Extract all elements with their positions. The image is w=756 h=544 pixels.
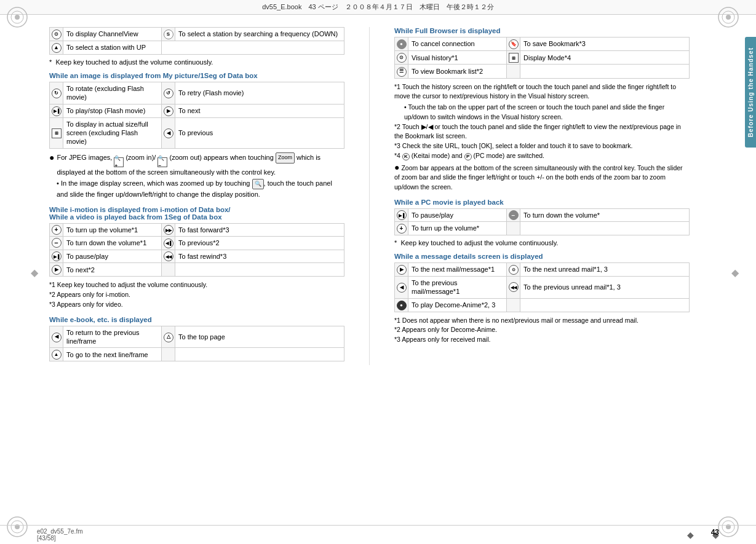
icon-cell2: ↺ [162,82,175,104]
imotion-table: + To turn up the volume*1 ▶▶ To fast for… [49,223,344,277]
fullbrowser-table: ● To cancel connection 🔖 To save Bookmar… [394,37,690,79]
icon-cell: − [50,237,63,250]
message-footnotes: *1 Does not appear when there is no next… [394,316,690,345]
icon-cell: ⊞ [50,117,63,148]
next-icon: ▶ [164,106,173,116]
table-row: ▲ To select a station with UP [50,41,344,55]
table-row: ◀ To return to the previous line/frame △… [50,326,344,348]
icon-cell2: ⊙ [507,262,520,276]
table-row: ▲ To go to the next line/frame [50,348,344,361]
table-row: ⊞ To display in actual size/full screen … [50,117,344,148]
table-row: ☰ To view Bookmark list*2 [395,65,690,78]
keitai-mode-icon: K [402,153,410,160]
decome-label: To play Decome-Anime*2, 3 [408,298,507,312]
icon-cell2: ◀◀ [507,276,520,298]
icon-cell: ▶ [395,262,408,276]
decome-icon: ● [397,301,407,310]
icon-cell: ▲ [50,41,63,55]
prev-line-icon: ◀ [52,333,62,342]
next-unread-label: To the next unread mail*1, 3 [520,262,690,276]
page-footer: e02_dv55_7e.fm [43/58] ◆ ◆ [0,525,756,544]
table-row: ▶ To next*2 [50,263,344,277]
ebook-table: ◀ To return to the previous line/frame △… [49,326,344,362]
pc-pauseplay-label: To pause/play [408,208,507,222]
fb-note-1b: • Touch the tab on the upper part of the… [394,103,690,122]
vol-down-icon: − [52,238,62,248]
zoom-note: • In the image display screen, which was… [49,178,344,199]
empty-cell [162,41,344,55]
jpeg-note-text: For JPEG images, 🔍+ (zoom in)/ 🔍− (zoom … [57,152,344,178]
zoom-key-icon: Zoom [276,152,295,164]
msg-note-1: *1 Does not appear when there is no next… [394,316,690,326]
icon-cell: ▶▐ [50,250,63,263]
section-title-fullbrowser: While Full Browser is displayed [394,27,690,34]
icon-cell-empty [162,263,175,277]
icon-cell2: S [162,28,175,41]
vol-up-label: To turn up the volume*1 [63,223,162,237]
footnote-3: *3 Appears only for video. [49,300,344,310]
pcmovie-table: ▶▐ To pause/play − To turn down the volu… [394,208,690,235]
prev2-label: To previous*2 [175,237,344,250]
table-row: ↻ To rotate (excluding Flash movie) ↺ To… [50,82,344,104]
icon-cell: ▶ [50,263,63,277]
rewind-icon: ◀◀ [164,251,173,261]
footer-filename: e02_dv55_7e.fm [37,528,83,535]
footnote-1: *1 Keep key touched to adjust the volume… [49,280,344,290]
fb-note-3: *3 Check the site URL, touch [OK], selec… [394,141,690,151]
table-row: ▶ To the next mail/message*1 ⊙ To the ne… [395,262,690,276]
pc-voldown-label: To turn down the volume* [520,208,690,222]
fullbrowser-notes: *1 Touch the history screen on the right… [394,82,690,192]
pc-volup-label: To turn up the volume* [408,222,507,235]
vol-up-icon: + [52,225,62,235]
icon-cell: ◀ [395,276,408,298]
page-number: 43 [711,528,719,537]
right-arrow-decoration: ◆ [731,266,739,278]
retry-label: To retry (Flash movie) [175,82,344,104]
playstop-label: To play/stop (Flash movie) [63,104,162,117]
icon-cell2: ◀▐ [162,237,175,250]
icon-cell: ▶▐ [50,104,63,117]
table-row: + To turn up the volume*1 ▶▶ To fast for… [50,223,344,237]
icon-cell2: ◀◀ [162,250,175,263]
section-title-ebook: While e-book, etc. is displayed [49,316,344,323]
empty-label3 [520,65,690,78]
rewind-label: To fast rewind*3 [175,250,344,263]
pc-volup-icon: + [397,224,407,234]
visual-hist-label: Visual history*1 [408,51,507,65]
select-station-label: To select a station by searching a frequ… [175,28,344,41]
vol-down-label: To turn down the volume*1 [63,237,162,250]
icon-cell-empty3 [507,65,520,78]
bookmark-list-icon: ☰ [397,67,407,77]
pauseplay-label: To pause/play [63,250,162,263]
channelview-table-area: ⊙ To display ChannelView S To select a s… [49,27,344,66]
table-row: ● To cancel connection 🔖 To save Bookmar… [395,37,690,51]
bookmark-save-icon: 🔖 [509,39,519,49]
section-title-message: While a message details screen is displa… [394,253,690,260]
prev-icon: ◀ [164,128,173,138]
imotion-footnotes: *1 Keep key touched to adjust the volume… [49,280,344,309]
section-title-imotion: While i-motion is displayed from i-motio… [49,206,344,221]
icon-cell-empty2 [162,348,175,361]
page-header: dv55_E.book 43 ページ ２００８年４月１７日 木曜日 午後２時１２… [0,0,756,15]
msg-note-2: *2 Appears only for Decome-Anime. [394,325,690,335]
select-up-label: To select a station with UP [63,41,162,55]
icon-cell2: − [507,208,520,222]
select-up-icon: ▲ [52,43,62,53]
prev2-icon: ◀▐ [164,238,173,248]
image-table: ↻ To rotate (excluding Flash movie) ↺ To… [49,82,344,149]
left-column: ⊙ To display ChannelView S To select a s… [49,27,344,365]
icon-cell: ● [395,298,408,312]
msg-note-3: *3 Appears only for received mail. [394,335,690,345]
prev-line-label: To return to the previous line/frame [63,326,162,348]
zoom-out-icon: 🔍− [157,157,167,167]
fb-note-1: *1 Touch the history screen on the right… [394,82,690,102]
next-line-icon: ▲ [52,350,62,360]
footer-left: e02_dv55_7e.fm [43/58] [37,528,83,542]
next2-label: To next*2 [63,263,162,277]
icon-cell2: ▶ [162,104,175,117]
channelview-icon: ⊙ [52,30,62,39]
empty-label4 [520,222,690,235]
top-page-label: To the top page [175,326,344,348]
top-page-icon: △ [164,333,173,342]
icon-cell: ⊙ [50,28,63,41]
